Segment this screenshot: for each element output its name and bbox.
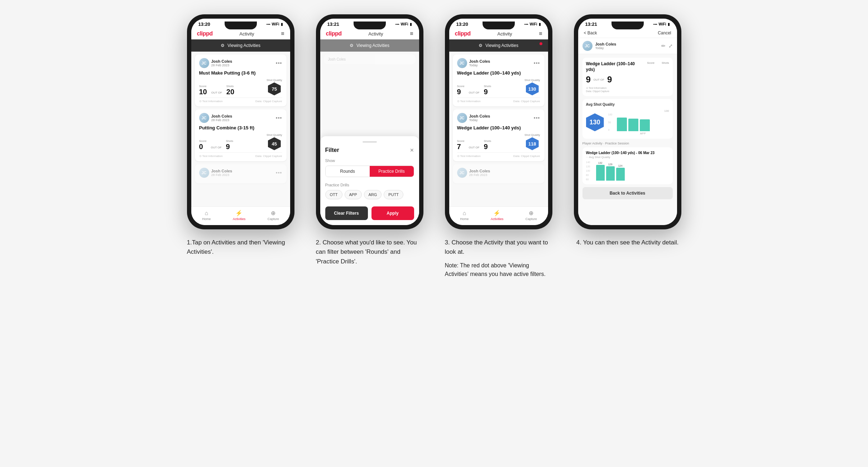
tick-0: 0 [608,129,613,131]
sq-label-1: Shot Quality [267,78,282,82]
chart-x-label: APP [608,132,669,135]
avatar-img-2: JC [199,113,209,123]
drill-pill-putt[interactable]: PUTT [384,190,403,199]
card-footer-3-2: ⊙ Test Information Data: Clippd Capture [457,152,540,158]
activity-card-1[interactable]: JC Josh Coles 28 Feb 2023 ••• Must Make … [195,54,287,106]
edit-icon[interactable]: ✏ [661,43,666,49]
activity-title-3-2: Wedge Ladder (100–140 yds) [457,125,540,130]
header-title-1: Activity [239,31,254,37]
phone-4-screen: 13:21 ▪▪▪ WiFi ▮ < Back Cancel [578,19,677,225]
shots-block-3-2: Shots 9 [484,139,491,150]
avatar-img-1: JC [199,58,209,68]
activities-icon-1: ⚡ [235,210,243,216]
card-info-left-1: ⊙ Test Information [199,100,223,103]
card-header-1: JC Josh Coles 28 Feb 2023 ••• [199,58,282,68]
modal-header: Filter ✕ [325,147,414,153]
filter-tab-practice[interactable]: Practice Drills [370,166,414,177]
expand-icon[interactable]: ⤢ [668,43,673,49]
caption-text-3: 3. Choose the Activity that you want to … [445,239,548,255]
back-button[interactable]: < Back [584,30,597,35]
hamburger-icon-1[interactable]: ≡ [281,30,284,37]
avatar-img-3-3: JC [457,168,467,178]
banner-text-3: Viewing Activities [485,43,518,48]
user-date-1: 28 Feb 2023 [211,63,232,67]
step-4-column: 13:21 ▪▪▪ WiFi ▮ < Back Cancel [570,14,685,247]
stats-row-3-1: Score 9 OUT OF Shots 9 Shot Quality [457,78,540,95]
user-info-3-1: JC Josh Coles Today [457,58,490,68]
sq-badge-3-2: 118 [526,137,539,150]
nav-activities-3[interactable]: ⚡ Activities [491,210,504,221]
nav-capture-1[interactable]: ⊕ Capture [268,210,279,221]
modal-close-button[interactable]: ✕ [410,147,414,153]
viewing-banner-1[interactable]: ⚙ Viewing Activities [191,39,290,52]
activity-list-1: JC Josh Coles 28 Feb 2023 ••• Must Make … [191,52,290,206]
app-header-1: clippd Activity ≡ [191,28,290,39]
detail-header: < Back Cancel [578,28,677,38]
score-block-1: Score 10 [199,85,207,95]
caption-1: 1.Tap on Activities and then 'Viewing Ac… [187,238,294,257]
hamburger-icon-2[interactable]: ≡ [410,30,413,37]
user-name-3-3: Josh Coles [469,169,490,173]
more-dots-3-2[interactable]: ••• [534,115,540,121]
activity-card-3-2[interactable]: JC Josh Coles Today ••• Wedge Ladder (10… [453,109,545,161]
shots-val-1: 20 [226,88,234,95]
viewing-banner-3[interactable]: ⚙ Viewing Activities [449,39,548,52]
nav-capture-3[interactable]: ⊕ Capture [526,210,537,221]
notch-2 [354,22,386,29]
session-label: Player Activity · Practice Session [582,142,673,145]
caption-text-1: 1.Tap on Activities and then 'Viewing Ac… [187,239,285,255]
more-dots-3-1[interactable]: ••• [534,60,540,66]
score-val-3-1: 9 [457,88,465,95]
score-label-2: Score [199,139,207,143]
avatar-3-1: JC [457,58,467,68]
detail-content: Wedge Ladder (100–140 yds) Score Shots [578,54,677,225]
shots-block-2: Shots 9 [226,139,233,150]
detail-user-info: JC Josh Coles Today [582,41,617,51]
activity-card-2[interactable]: JC Josh Coles 28 Feb 2023 ••• Putting Co… [195,109,287,161]
wifi-icon-4: WiFi [658,22,666,26]
capture-icon-3: ⊕ [529,210,533,216]
battery-icon-4: ▮ [668,22,670,26]
clear-filters-button[interactable]: Clear Filters [325,206,368,220]
nav-home-1[interactable]: ⌂ Home [202,210,211,221]
drill-detail-title: Wedge Ladder (100–140 yds) - 06 Mar 23 [586,151,669,155]
drill-bar-chart: 140 120 100 80 60 132 129 [586,161,669,181]
drill-pills: OTT APP ARG PUTT [325,190,414,199]
apply-button[interactable]: Apply [371,206,414,220]
drill-pill-ott[interactable]: OTT [325,190,342,199]
detail-avatar: JC [582,41,593,51]
sq-label-2: Shot Quality [267,133,282,137]
shots-val-3-1: 9 [484,88,491,95]
phone-2-frame: 13:21 ▪▪▪ WiFi ▮ clippd Activity ≡ ⚙ V [316,14,423,229]
activity-title-2: Putting Combine (3-15 ft) [199,125,282,130]
activity-card-3-1[interactable]: JC Josh Coles Today ••• Wedge Ladder (10… [453,54,545,106]
cancel-button[interactable]: Cancel [658,30,671,35]
filter-icon-2: ⚙ [350,43,354,48]
stats-row-3-2: Score 7 OUT OF Shots 9 Shot Quality [457,133,540,150]
outof-2: OUT OF [211,146,221,149]
logo-2: clippd [326,30,342,37]
score-label-1: Score [199,85,207,88]
back-to-activities-button[interactable]: Back to Activities [582,187,673,199]
score-label-3-1: Score [457,85,465,88]
more-dots-3[interactable]: ••• [276,170,282,176]
score-col: Score [647,61,654,65]
stats-row-1: Score 10 OUT OF Shots 20 Shot Quality [199,78,282,95]
user-name-1: Josh Coles [211,59,232,63]
drill-pill-app[interactable]: APP [345,190,362,199]
nav-capture-label-3: Capture [526,217,537,221]
nav-activities-1[interactable]: ⚡ Activities [233,210,246,221]
tick-50: 50 [608,121,613,124]
sq-label-3-1: Shot Quality [524,78,540,82]
drill-y-axis: 140 120 100 80 60 [586,161,590,181]
more-dots-2[interactable]: ••• [276,115,282,121]
avatar-img-3: JC [199,168,209,178]
filter-icon-3: ⚙ [479,43,483,48]
outof-3-2: OUT OF [469,146,479,149]
filter-tab-rounds[interactable]: Rounds [326,166,370,177]
hamburger-icon-3[interactable]: ≡ [539,30,542,37]
modal-handle [363,141,377,143]
more-dots-1[interactable]: ••• [276,60,282,66]
drill-pill-arg[interactable]: ARG [364,190,382,199]
nav-home-3[interactable]: ⌂ Home [460,210,469,221]
